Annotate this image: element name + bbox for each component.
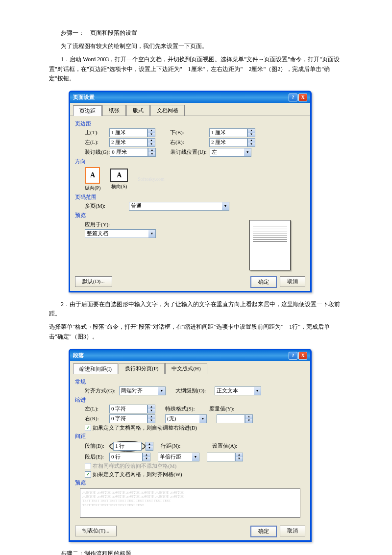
gutter-label: 装订线(G): xyxy=(85,148,110,156)
help-button[interactable]: ? xyxy=(289,94,297,101)
dialog-title: 页面设置 xyxy=(73,94,95,101)
tab-margin[interactable]: 页边距 xyxy=(73,105,102,116)
paragraph-preview: 示例文本 示例文本 示例文本 示例文本 示例文本 示例文本 示例文本 示例文本 … xyxy=(80,488,300,518)
bottom-label: 下(B): xyxy=(170,129,209,136)
emphasis-circle: 1 行 xyxy=(109,441,146,452)
paragraph-1: 1．启动 Word 2003，打开一个空白文档，并切换到页面视图。选择菜单"文件… xyxy=(49,55,343,83)
right-indent-label: 右(R): xyxy=(85,415,109,422)
applyto-dropdown[interactable]: 整篇文档▼ xyxy=(85,229,156,238)
autofit-label: 如果定义了文档网格，则自动调整右缩进(D) xyxy=(93,424,197,432)
spacing-group: 间距 xyxy=(75,433,305,440)
right-label: 右(R): xyxy=(170,139,209,146)
ok-button[interactable]: 确定 xyxy=(250,526,277,537)
default-button[interactable]: 默认(D)... xyxy=(75,276,112,287)
left-indent-spinner[interactable]: ▲▼ xyxy=(147,405,155,413)
linespace-label: 行距(N): xyxy=(161,442,185,450)
align-dropdown[interactable]: 两端对齐▼ xyxy=(119,386,166,395)
right-spinner[interactable]: ▲▼ xyxy=(247,138,255,147)
chevron-down-icon: ▼ xyxy=(244,148,251,156)
paragraph-2a: 2．由于后面要在自选图形中输入文字，为了让输入的文字在垂直方向上看起来居中，这里… xyxy=(49,300,343,318)
special-dropdown[interactable]: (无)▼ xyxy=(165,414,207,423)
landscape-icon[interactable]: A xyxy=(110,169,128,182)
help-button[interactable]: ? xyxy=(289,352,297,360)
step2-title: 步骤二：制作流程图的标题 xyxy=(49,549,343,555)
by-input[interactable] xyxy=(217,414,245,423)
paragraph-dialog: 段落 ? X 缩进和间距(I) 换行和分页(P) 中文版式(H) 常规 对齐方式… xyxy=(69,349,312,542)
paragraph-2b: 选择菜单"格式→段落"命令，打开"段落"对话框，在"缩进和间距"选项卡中设置段前… xyxy=(49,322,343,341)
tab-grid[interactable]: 文档网格 xyxy=(150,105,185,116)
dialog-title: 段落 xyxy=(73,352,84,359)
multipage-label: 多页(M): xyxy=(85,202,109,210)
chevron-down-icon: ▼ xyxy=(148,230,155,238)
before-input[interactable]: 1 行 xyxy=(113,442,142,451)
left-indent-input[interactable]: 0 字符 xyxy=(109,405,147,413)
page-setup-dialog: 页面设置 ? X 页边距 纸张 版式 文档网格 页边距 上(T): 1 厘米 ▲… xyxy=(69,91,312,292)
indent-group: 缩进 xyxy=(75,396,305,404)
watermark-text: Softosky.com xyxy=(138,176,165,182)
chevron-down-icon: ▼ xyxy=(158,387,165,395)
multipage-dropdown[interactable]: 普通▼ xyxy=(129,202,229,211)
chevron-down-icon: ▼ xyxy=(192,453,199,461)
snap-label: 如果定义了文档网格，则对齐网格(W) xyxy=(93,471,182,478)
cancel-button[interactable]: 取消 xyxy=(280,526,305,536)
after-spinner[interactable]: ▲▼ xyxy=(143,453,150,461)
before-label: 段前(B): xyxy=(85,442,109,450)
gutter-input[interactable]: 0 厘米 xyxy=(110,148,148,157)
margin-group: 页边距 xyxy=(75,120,305,127)
right-indent-spinner[interactable]: ▲▼ xyxy=(147,414,155,423)
outline-label: 大纲级别(O): xyxy=(175,387,215,394)
at-spinner[interactable]: ▲▼ xyxy=(235,453,243,461)
close-button[interactable]: X xyxy=(298,94,307,101)
nospace-checkbox[interactable] xyxy=(85,463,91,469)
title-bar: 页面设置 ? X xyxy=(70,92,310,103)
by-label: 度量值(Y): xyxy=(209,405,241,412)
before-spinner[interactable]: ▲▼ xyxy=(146,442,153,451)
gutter-pos-dropdown[interactable]: 左▼ xyxy=(210,148,251,157)
chevron-down-icon: ▼ xyxy=(254,387,261,395)
tab-indent[interactable]: 缩进和间距(I) xyxy=(73,363,118,374)
landscape-label: 横向(S) xyxy=(111,183,127,190)
preview-group: 预览 xyxy=(75,212,305,219)
top-spinner[interactable]: ▲▼ xyxy=(147,128,155,137)
range-group: 页码范围 xyxy=(75,193,305,201)
tab-chinese[interactable]: 中文版式(H) xyxy=(165,363,207,374)
snap-checkbox[interactable]: ✓ xyxy=(85,471,91,478)
gutter-pos-label: 装订线位置(U): xyxy=(171,148,210,156)
general-group: 常规 xyxy=(75,378,305,386)
left-label: 左(L): xyxy=(85,139,109,146)
right-indent-input[interactable]: 0 字符 xyxy=(109,414,147,423)
orientation-group: 方向 xyxy=(75,158,305,165)
top-label: 上(T): xyxy=(85,129,109,136)
chevron-down-icon: ▼ xyxy=(222,202,229,210)
tab-layout[interactable]: 版式 xyxy=(126,105,150,116)
applyto-label: 应用于(Y): xyxy=(85,221,110,228)
portrait-label: 纵向(P) xyxy=(85,185,100,192)
outline-dropdown[interactable]: 正文文本▼ xyxy=(215,386,261,395)
linespace-dropdown[interactable]: 单倍行距▼ xyxy=(158,453,199,461)
after-label: 段后(E): xyxy=(85,453,109,460)
portrait-icon[interactable]: A xyxy=(85,167,100,184)
gutter-spinner[interactable]: ▲▼ xyxy=(148,148,156,157)
ok-button[interactable]: 确定 xyxy=(250,276,277,288)
tab-paper[interactable]: 纸张 xyxy=(102,105,126,116)
top-input[interactable]: 1 厘米 xyxy=(109,128,147,137)
left-spinner[interactable]: ▲▼ xyxy=(147,138,155,147)
right-input[interactable]: 2 厘米 xyxy=(209,138,247,147)
by-spinner[interactable]: ▲▼ xyxy=(245,414,253,423)
bottom-spinner[interactable]: ▲▼ xyxy=(247,128,255,137)
bottom-input[interactable]: 1 厘米 xyxy=(209,128,247,137)
after-input[interactable]: 0 行 xyxy=(109,453,143,461)
intro-text: 为了流程图有较大的绘制空间，我们先来设置一下页面。 xyxy=(49,42,343,51)
close-button[interactable]: X xyxy=(298,352,307,360)
left-input[interactable]: 2 厘米 xyxy=(109,138,147,147)
align-label: 对齐方式(G): xyxy=(85,387,119,394)
autofit-checkbox[interactable]: ✓ xyxy=(85,425,91,431)
tabs-button[interactable]: 制表位(T)... xyxy=(75,526,117,536)
at-input[interactable] xyxy=(207,453,235,461)
left-indent-label: 左(L): xyxy=(85,405,109,412)
title-bar: 段落 ? X xyxy=(70,350,310,361)
tab-linebreak[interactable]: 换行和分页(P) xyxy=(119,363,165,374)
cancel-button[interactable]: 取消 xyxy=(280,276,305,287)
page-preview xyxy=(249,220,291,270)
step1-title: 步骤一： 页面和段落的设置 xyxy=(49,28,343,38)
